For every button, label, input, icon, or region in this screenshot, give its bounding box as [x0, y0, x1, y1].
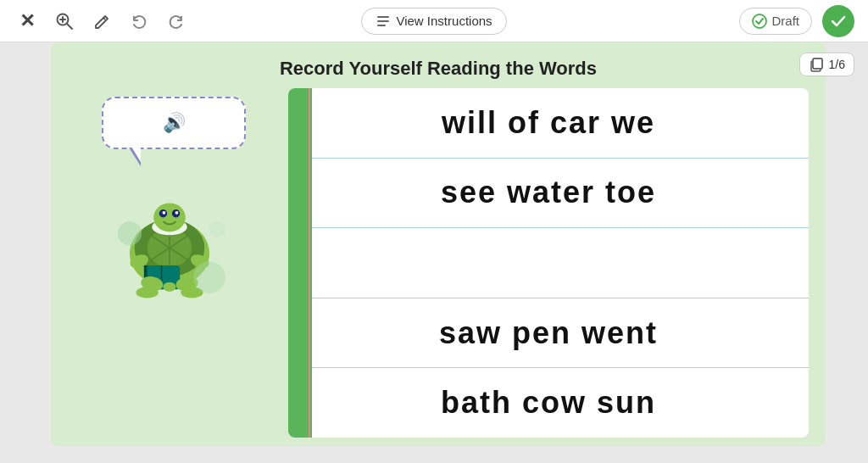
- turtle-illustration: [102, 170, 237, 305]
- instructions-list-icon: [376, 14, 391, 29]
- words-row-4: saw pen went: [422, 312, 675, 354]
- svg-rect-5: [377, 20, 389, 22]
- pen-button[interactable]: [88, 8, 115, 35]
- svg-rect-6: [377, 25, 386, 26]
- green-bar: [288, 88, 312, 438]
- svg-line-1: [67, 24, 72, 29]
- card-body: 🔊: [51, 80, 826, 446]
- canvas-area: Record Yourself Reading the Words 🔊: [51, 42, 826, 446]
- line-row-1: will of car we: [288, 88, 809, 159]
- redo-icon: [168, 13, 185, 30]
- svg-rect-9: [813, 59, 822, 69]
- view-instructions-button[interactable]: View Instructions: [361, 8, 506, 35]
- words-row-2: see water toe: [424, 171, 673, 214]
- svg-rect-4: [377, 16, 389, 18]
- zoom-button[interactable]: [51, 8, 78, 35]
- submit-check-icon: [829, 12, 848, 31]
- svg-point-35: [209, 221, 225, 237]
- card-title: Record Yourself Reading the Words: [280, 58, 597, 80]
- redo-button[interactable]: [163, 8, 190, 35]
- page-counter: 1/6: [799, 53, 854, 76]
- words-row-5: bath cow sun: [424, 382, 673, 424]
- svg-point-7: [753, 14, 766, 28]
- volume-icon: 🔊: [163, 112, 186, 134]
- left-panel: 🔊: [59, 88, 280, 438]
- word-panel: will of car we see water toe saw pen wen…: [288, 88, 809, 438]
- pen-icon: [92, 12, 111, 31]
- svg-point-32: [163, 282, 175, 292]
- line-row-4: saw pen went: [288, 298, 809, 369]
- draft-button[interactable]: Draft: [739, 8, 813, 35]
- undo-icon: [131, 13, 147, 30]
- draft-label: Draft: [772, 14, 800, 28]
- toolbar: ✕: [0, 0, 868, 42]
- svg-point-21: [163, 211, 166, 215]
- line-row-5: bath cow sun: [288, 368, 809, 438]
- speech-bubble[interactable]: 🔊: [102, 97, 246, 149]
- view-instructions-label: View Instructions: [396, 14, 492, 28]
- svg-point-30: [136, 287, 158, 298]
- submit-button[interactable]: [822, 5, 854, 37]
- draft-check-icon: [752, 14, 767, 29]
- toolbar-right: Draft: [574, 5, 854, 37]
- words-row-1: will of car we: [425, 102, 672, 144]
- undo-button[interactable]: [125, 8, 153, 35]
- svg-point-18: [153, 204, 186, 232]
- svg-point-22: [175, 211, 179, 215]
- svg-point-33: [118, 221, 142, 245]
- line-row-2: see water toe: [288, 159, 809, 229]
- lined-section: will of car we see water toe saw pen wen…: [288, 88, 809, 438]
- words-row-3: [531, 259, 565, 266]
- close-button[interactable]: ✕: [14, 8, 41, 35]
- svg-point-34: [193, 261, 225, 293]
- toolbar-center: View Instructions: [294, 8, 575, 35]
- pages-icon: [809, 57, 824, 72]
- zoom-icon: [55, 12, 74, 31]
- toolbar-left: ✕: [14, 8, 294, 35]
- page-counter-text: 1/6: [829, 58, 845, 71]
- line-row-3: [288, 228, 809, 298]
